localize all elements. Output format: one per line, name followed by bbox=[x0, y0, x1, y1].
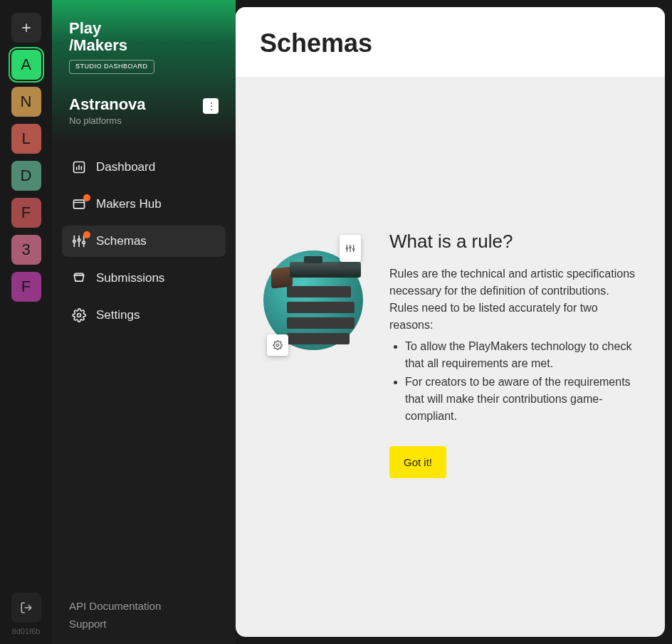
logout-button[interactable] bbox=[11, 593, 41, 623]
info-panel: What is a rule? Rules are the technical … bbox=[260, 236, 641, 478]
project-tile-n[interactable]: N bbox=[11, 87, 41, 117]
add-project-button[interactable] bbox=[11, 13, 41, 43]
svg-point-18 bbox=[78, 314, 81, 317]
page-title: Schemas bbox=[260, 28, 641, 58]
main-area: Schemas bbox=[236, 0, 672, 644]
project-tile-f[interactable]: F bbox=[11, 198, 41, 228]
sidebar-nav: DashboardMakers HubSchemasSubmissionsSet… bbox=[52, 152, 236, 331]
svg-point-27 bbox=[353, 248, 355, 250]
sidebar-item-label: Settings bbox=[96, 308, 140, 322]
sliders-icon bbox=[72, 234, 86, 248]
info-bullet: For creators to be aware of the requirem… bbox=[405, 374, 641, 425]
brand-line1: Play bbox=[69, 20, 219, 37]
schema-illustration bbox=[260, 236, 367, 357]
api-docs-link[interactable]: API Documentation bbox=[69, 600, 219, 612]
card-body: What is a rule? Rules are the technical … bbox=[236, 77, 665, 637]
card-header: Schemas bbox=[236, 7, 665, 77]
sidebar: Play /Makers STUDIO DASHBOARD Astranova … bbox=[52, 0, 236, 644]
sidebar-item-label: Dashboard bbox=[96, 160, 155, 174]
project-menu-button[interactable]: ⋮ bbox=[203, 98, 219, 114]
project-tile-a[interactable]: A bbox=[11, 50, 41, 80]
project-tile-f[interactable]: F bbox=[11, 272, 41, 302]
sidebar-footer: API Documentation Support bbox=[52, 600, 236, 630]
content-card: Schemas bbox=[236, 7, 665, 637]
gear-icon bbox=[273, 340, 283, 350]
more-vertical-icon: ⋮ bbox=[207, 102, 215, 110]
brand-logo: Play /Makers STUDIO DASHBOARD bbox=[52, 20, 236, 74]
project-rail: ANLDF3F 8d01f6b bbox=[0, 0, 52, 644]
info-bullet: To allow the PlayMakers technology to ch… bbox=[405, 338, 641, 372]
project-header: Astranova No platforms ⋮ bbox=[52, 95, 236, 126]
sidebar-item-label: Submissions bbox=[96, 271, 164, 285]
got-it-button[interactable]: Got it! bbox=[389, 446, 446, 478]
sidebar-item-makers-hub[interactable]: Makers Hub bbox=[62, 189, 226, 220]
svg-point-26 bbox=[350, 246, 351, 248]
sidebar-item-settings[interactable]: Settings bbox=[62, 300, 226, 331]
project-subtitle: No platforms bbox=[69, 115, 146, 126]
notification-badge bbox=[83, 231, 90, 238]
svg-point-15 bbox=[73, 241, 75, 243]
gear-icon bbox=[72, 308, 86, 322]
build-version: 8d01f6b bbox=[12, 627, 41, 635]
plus-icon bbox=[19, 21, 33, 35]
info-heading: What is a rule? bbox=[389, 231, 641, 253]
svg-point-17 bbox=[83, 241, 85, 243]
sidebar-item-label: Makers Hub bbox=[96, 197, 162, 211]
sidebar-item-label: Schemas bbox=[96, 234, 147, 248]
info-bullets: To allow the PlayMakers technology to ch… bbox=[405, 338, 641, 425]
sidebar-item-dashboard[interactable]: Dashboard bbox=[62, 152, 226, 183]
sliders-icon bbox=[345, 243, 355, 253]
sidebar-item-schemas[interactable]: Schemas bbox=[62, 226, 226, 257]
window-icon bbox=[72, 197, 86, 211]
brand-line2: /Makers bbox=[69, 37, 219, 54]
svg-point-28 bbox=[276, 344, 279, 347]
chart-bar-icon bbox=[72, 160, 86, 174]
project-tile-d[interactable]: D bbox=[11, 161, 41, 191]
info-description: Rules are the technical and artistic spe… bbox=[389, 265, 641, 334]
info-text: What is a rule? Rules are the technical … bbox=[389, 236, 641, 478]
project-name: Astranova bbox=[69, 95, 146, 114]
svg-point-16 bbox=[78, 239, 80, 241]
project-tile-3[interactable]: 3 bbox=[11, 235, 41, 265]
brand-tag: STUDIO DASHBOARD bbox=[69, 60, 154, 74]
svg-point-25 bbox=[346, 247, 347, 248]
sidebar-item-submissions[interactable]: Submissions bbox=[62, 263, 226, 294]
svg-rect-7 bbox=[74, 200, 85, 208]
project-tile-l[interactable]: L bbox=[11, 124, 41, 154]
support-link[interactable]: Support bbox=[69, 618, 219, 630]
notification-badge bbox=[83, 194, 90, 201]
inbox-icon bbox=[72, 271, 86, 285]
logout-icon bbox=[20, 601, 33, 614]
